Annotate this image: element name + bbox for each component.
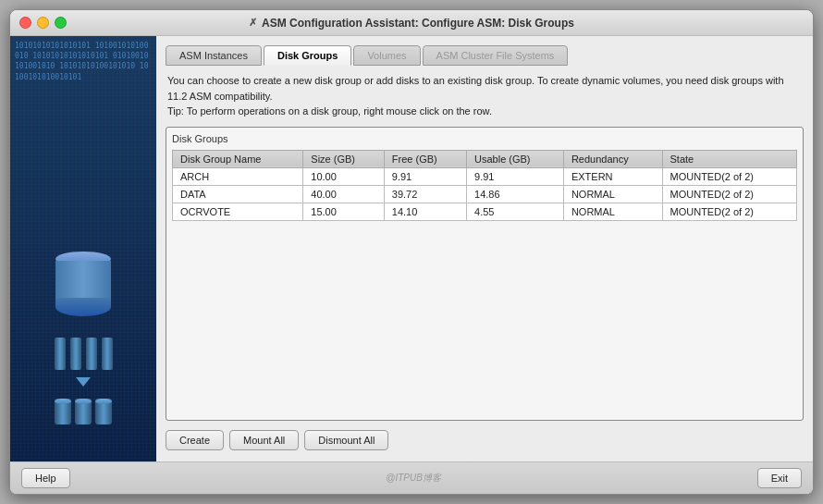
pipe-group [55,338,113,370]
tab-volumes[interactable]: Volumes [353,45,420,66]
sidebar-binary-text: 10101010101010101 101001010100010 101010… [15,41,152,82]
cell-state-0: MOUNTED(2 of 2) [662,167,796,185]
col-header-state: State [662,150,796,167]
col-header-size: Size (GB) [303,150,385,167]
create-button[interactable]: Create [166,430,224,450]
disk-groups-table: Disk Group Name Size (GB) Free (GB) Usab… [172,150,797,221]
panel-title: Disk Groups [172,133,797,144]
table-row[interactable]: OCRVOTE15.0014.104.55NORMALMOUNTED(2 of … [173,203,797,220]
cell-free-2: 14.10 [384,203,466,220]
titlebar: ✗ ASM Configuration Assistant: Configure… [10,10,813,36]
pipe-4 [102,338,113,370]
watermark: @ITPUB博客 [386,472,441,485]
arrow-down-icon [76,377,91,387]
table-row[interactable]: DATA40.0039.7214.86NORMALMOUNTED(2 of 2) [173,185,797,203]
table-row[interactable]: ARCH10.009.919.91EXTERNMOUNTED(2 of 2) [173,167,797,185]
col-header-redundancy: Redundancy [563,150,662,167]
footer: Help @ITPUB博客 Exit [10,461,813,494]
cell-state-1: MOUNTED(2 of 2) [662,185,796,203]
cell-name-2: OCRVOTE [173,203,303,220]
cell-size-0: 10.00 [303,167,385,185]
tab-asm-cluster-file-systems[interactable]: ASM Cluster File Systems [423,45,569,66]
maximize-button[interactable] [55,17,67,29]
table-header-row: Disk Group Name Size (GB) Free (GB) Usab… [173,150,797,167]
small-cylinder-1 [55,399,71,424]
content-panel: ASM Instances Disk Groups Volumes ASM Cl… [156,36,813,461]
small-cylinder-3 [95,399,112,424]
col-header-free: Free (GB) [384,150,466,167]
tabs-bar: ASM Instances Disk Groups Volumes ASM Cl… [166,45,804,66]
tab-disk-groups[interactable]: Disk Groups [264,45,351,66]
disk-groups-panel: Disk Groups Disk Group Name Size (GB) Fr… [166,127,804,422]
cell-state-2: MOUNTED(2 of 2) [662,203,796,220]
description-text: You can choose to create a new disk grou… [166,73,804,119]
main-window: ✗ ASM Configuration Assistant: Configure… [9,9,814,495]
main-content: 10101010101010101 101001010100010 101010… [10,36,813,461]
cell-redundancy-2: NORMAL [563,203,662,220]
small-cylinder-2 [75,399,92,424]
mount-all-button[interactable]: Mount All [229,430,299,450]
cell-free-1: 39.72 [384,185,466,203]
cell-redundancy-1: NORMAL [563,185,662,203]
cell-free-0: 9.91 [384,167,466,185]
pipe-2 [70,338,81,370]
minimize-button[interactable] [37,17,49,29]
close-button[interactable] [19,17,31,29]
cell-redundancy-0: EXTERN [563,167,662,185]
database-icon [51,252,116,326]
traffic-lights [19,17,67,29]
cell-usable-2: 4.55 [467,203,564,220]
cell-usable-0: 9.91 [467,167,564,185]
small-cylinders [55,399,112,424]
col-header-usable: Usable (GB) [467,150,564,167]
sidebar: 10101010101010101 101001010100010 101010… [10,36,156,461]
dismount-all-button[interactable]: Dismount All [304,430,388,450]
cell-name-0: ARCH [173,167,303,185]
pipe-3 [86,338,97,370]
cell-usable-1: 14.86 [467,185,564,203]
title-icon: ✗ [249,17,257,29]
tab-asm-instances[interactable]: ASM Instances [166,45,262,66]
sidebar-graphic [51,252,116,424]
pipe-1 [55,338,66,370]
exit-button[interactable]: Exit [757,468,802,488]
cell-size-1: 40.00 [303,185,385,203]
window-title: ✗ ASM Configuration Assistant: Configure… [249,17,574,30]
col-header-name: Disk Group Name [173,150,303,167]
buttons-area: Create Mount All Dismount All [166,421,804,452]
help-button[interactable]: Help [21,468,70,488]
cell-size-2: 15.00 [303,203,385,220]
db-bottom [55,298,111,316]
cell-name-1: DATA [173,185,303,203]
